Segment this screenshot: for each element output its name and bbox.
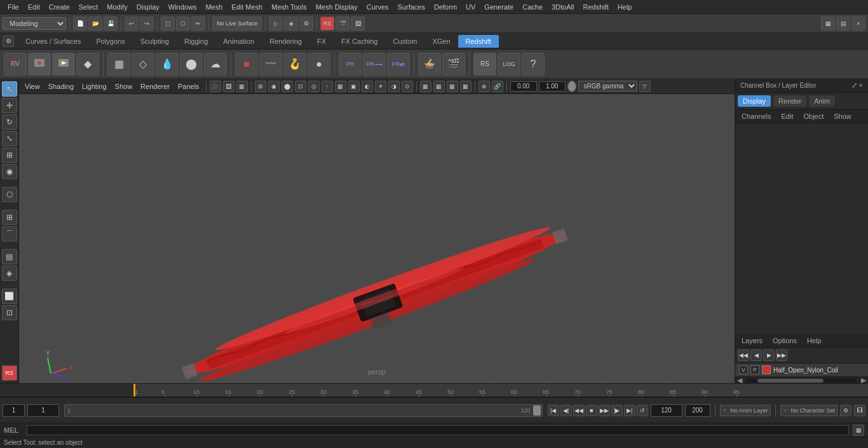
- layout-btn2[interactable]: ▤: [836, 17, 850, 31]
- tab-fx[interactable]: FX: [309, 35, 334, 48]
- menu-edit-mesh[interactable]: Edit Mesh: [227, 2, 266, 12]
- menu-file[interactable]: File: [4, 2, 23, 12]
- scrollbar-thumb[interactable]: [757, 379, 824, 383]
- right-panel-scrollbar[interactable]: ◀ ▶: [735, 377, 868, 383]
- vp-xray[interactable]: ⬤: [281, 81, 293, 92]
- mel-settings-button[interactable]: ▦: [853, 424, 864, 436]
- step-back-button[interactable]: ◀|: [560, 405, 572, 416]
- vp-pivot[interactable]: ⊕: [478, 81, 490, 92]
- vp-menu-lighting[interactable]: Lighting: [79, 81, 110, 92]
- frame-current-input[interactable]: [27, 404, 59, 417]
- vp-image-plane[interactable]: 🖼: [223, 81, 234, 92]
- snap-grid[interactable]: ⊞: [2, 210, 17, 225]
- shelf-icon-cube-red[interactable]: ■: [235, 53, 258, 76]
- shelf-icon-4[interactable]: ◆: [76, 53, 99, 76]
- vp-film-gate[interactable]: ▦: [236, 81, 248, 92]
- range-end-input[interactable]: [685, 404, 710, 417]
- menu-mesh-tools[interactable]: Mesh Tools: [268, 2, 310, 12]
- shelf-icon-wave[interactable]: 〰: [259, 53, 282, 76]
- rs-btn3[interactable]: 🖼: [351, 17, 365, 31]
- panel-close-icon[interactable]: ×: [859, 81, 863, 90]
- shelf-icon-log[interactable]: LOG: [498, 53, 520, 76]
- new-scene-button[interactable]: 📄: [73, 17, 87, 31]
- tab-fx-caching[interactable]: FX Caching: [334, 35, 385, 48]
- loop-button[interactable]: ↺: [637, 405, 648, 416]
- vp-exposure[interactable]: ⊙: [402, 81, 413, 92]
- shelf-icon-cloud[interactable]: ☁: [204, 53, 227, 76]
- vp-menu-renderer[interactable]: Renderer: [137, 81, 173, 92]
- play-forward-button[interactable]: ▶▶: [599, 405, 610, 416]
- tab-rigging[interactable]: Rigging: [177, 35, 215, 48]
- frame-start-input[interactable]: [3, 404, 25, 417]
- tab-rendering[interactable]: Rendering: [262, 35, 309, 48]
- vp-gamma-icon[interactable]: [567, 81, 576, 92]
- channels-menu[interactable]: Channels: [739, 111, 773, 121]
- layer-reference-p[interactable]: P: [750, 365, 759, 374]
- anim-layer-dropdown[interactable]: ▼ No Anim Layer: [720, 405, 771, 416]
- shelf-icon-pr2[interactable]: PR⟶: [363, 53, 386, 76]
- menu-mesh-display[interactable]: Mesh Display: [312, 2, 362, 12]
- menu-help[interactable]: Help: [614, 2, 636, 12]
- play-back-button[interactable]: ◀◀: [573, 405, 585, 416]
- scale-button[interactable]: ⤡: [2, 131, 17, 146]
- layers-prev2-btn[interactable]: ◀: [750, 350, 762, 361]
- menu-uv[interactable]: UV: [462, 2, 479, 12]
- vp-ao[interactable]: ◐: [362, 81, 373, 92]
- tab-anim[interactable]: Anim: [809, 95, 835, 107]
- go-to-start-button[interactable]: |◀: [548, 405, 559, 416]
- vp-shadows[interactable]: ◑: [388, 81, 400, 92]
- menu-display[interactable]: Display: [133, 2, 163, 12]
- vp-more4[interactable]: ▦: [460, 81, 471, 92]
- frame-end-input[interactable]: [651, 404, 682, 417]
- menu-cache[interactable]: Cache: [519, 2, 546, 12]
- rs-btn2[interactable]: 🎬: [336, 17, 349, 31]
- vp-value1-input[interactable]: [510, 81, 537, 92]
- vp-menu-panels[interactable]: Panels: [175, 81, 203, 92]
- shelf-icon-ipr[interactable]: [28, 53, 51, 76]
- workspace-dropdown[interactable]: Modeling: [3, 17, 66, 30]
- vp-resolution[interactable]: ▣: [348, 81, 360, 92]
- viewport-canvas[interactable]: X Y Z persp: [19, 94, 735, 383]
- layers-next2-btn[interactable]: ▶▶: [776, 350, 787, 361]
- time-slider[interactable]: 1 120: [64, 404, 543, 417]
- tab-animation[interactable]: Animation: [215, 35, 262, 48]
- time-slider-thumb[interactable]: [533, 405, 541, 416]
- snap-curve[interactable]: ⌒: [2, 226, 17, 241]
- render-btn3[interactable]: ⚙: [299, 17, 313, 31]
- layer-row[interactable]: V P Half_Open_Nylon_Coil: [735, 363, 868, 377]
- tab-render[interactable]: Render: [773, 95, 806, 107]
- tab-curves-surfaces[interactable]: Curves / Surfaces: [18, 35, 88, 48]
- vp-select-all[interactable]: ⊞: [255, 81, 266, 92]
- layers-options-menu[interactable]: Options: [770, 336, 799, 346]
- animation-prefs-button[interactable]: 🎞: [854, 405, 865, 416]
- shelf-icon-rs-logo[interactable]: RS: [473, 53, 496, 76]
- vp-normals[interactable]: ↑: [322, 81, 333, 92]
- vp-expand[interactable]: ▽: [639, 81, 651, 92]
- shelf-icon-pr3[interactable]: PR⇄: [387, 53, 410, 76]
- vp-more1[interactable]: ▦: [420, 81, 431, 92]
- layer-visibility-v[interactable]: V: [739, 365, 748, 374]
- menu-modify[interactable]: Modify: [103, 2, 131, 12]
- lasso-tool[interactable]: ⬡: [176, 17, 190, 31]
- display-mode[interactable]: ▤: [2, 249, 17, 264]
- layout-btn3[interactable]: ×: [851, 17, 865, 31]
- paint-tool[interactable]: ✏: [191, 17, 205, 31]
- layers-help-menu[interactable]: Help: [804, 336, 824, 346]
- vp-camera-btn[interactable]: 🎥: [210, 81, 221, 92]
- layer-color-swatch[interactable]: [762, 365, 771, 374]
- menu-surfaces[interactable]: Surfaces: [394, 2, 429, 12]
- lasso-select[interactable]: ⬡: [2, 187, 17, 202]
- channels-object-menu[interactable]: Object: [801, 111, 826, 121]
- rs-btn1[interactable]: RS: [320, 17, 334, 31]
- shelf-icon-circle[interactable]: ●: [308, 53, 330, 76]
- shelf-icon-render[interactable]: [52, 53, 75, 76]
- stop-button[interactable]: ■: [586, 405, 597, 416]
- shelf-icon-rv[interactable]: RV: [4, 53, 27, 76]
- menu-create[interactable]: Create: [45, 2, 74, 12]
- shelf-icon-question[interactable]: ?: [522, 53, 545, 76]
- vp-isolate[interactable]: ◉: [268, 81, 280, 92]
- tab-sculpting[interactable]: Sculpting: [133, 35, 177, 48]
- redshift-icon[interactable]: RS: [2, 365, 17, 381]
- vp-color-space-dropdown[interactable]: sRGB gamma: [578, 81, 637, 92]
- vp-menu-show[interactable]: Show: [112, 81, 136, 92]
